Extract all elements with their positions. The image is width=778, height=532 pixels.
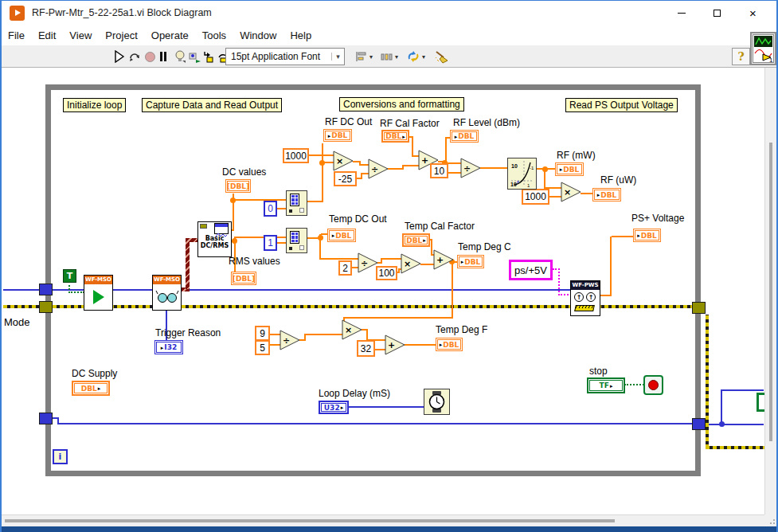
- add-node[interactable]: +: [433, 249, 454, 270]
- constant-32[interactable]: 32: [357, 340, 375, 357]
- help-button[interactable]: ?: [732, 48, 750, 65]
- string-constant-ps5v[interactable]: ps/+5V: [509, 260, 553, 280]
- constant-9[interactable]: 9: [255, 326, 270, 341]
- minimize-button[interactable]: [663, 1, 699, 25]
- title-bar[interactable]: RF-Pwr-Mtr_5-22-25a1.vi Block Diagram ×: [2, 1, 776, 25]
- stop-label[interactable]: stop: [589, 366, 608, 377]
- shift-register[interactable]: [39, 301, 53, 313]
- temp-dc-out-label[interactable]: Temp DC Out: [329, 213, 387, 225]
- mode-label[interactable]: Mode: [4, 316, 30, 328]
- menu-operate[interactable]: Operate: [151, 29, 189, 41]
- divide-node[interactable]: ÷: [280, 330, 300, 350]
- wf-mso-run-node[interactable]: WF-MSO: [84, 275, 113, 311]
- close-button[interactable]: ×: [735, 1, 771, 25]
- ps-voltage-terminal[interactable]: ▸DBL: [633, 229, 661, 242]
- add-node[interactable]: +: [385, 334, 405, 355]
- temp-deg-c-label[interactable]: Temp Deg C: [458, 241, 511, 252]
- constant-2[interactable]: 2: [338, 260, 352, 276]
- run-continuous-button[interactable]: [127, 49, 142, 64]
- while-loop-border[interactable]: [45, 84, 701, 476]
- shift-register[interactable]: [39, 284, 53, 295]
- loop-delay-terminal[interactable]: U32▸: [319, 401, 349, 414]
- rf-mw-label[interactable]: RF (mW): [557, 150, 596, 161]
- menu-view[interactable]: View: [69, 29, 92, 41]
- retain-wire-values-button[interactable]: [188, 49, 201, 64]
- wait-ms-node[interactable]: [424, 389, 450, 415]
- resize-grip[interactable]: [764, 514, 778, 526]
- divide-node[interactable]: ÷: [368, 158, 389, 179]
- shift-register[interactable]: [39, 413, 53, 424]
- constant-100[interactable]: 100: [376, 266, 397, 280]
- menu-project[interactable]: Project: [105, 29, 137, 41]
- rf-uw-label[interactable]: RF (uW): [600, 174, 636, 186]
- index-array-node[interactable]: [286, 190, 307, 216]
- section-label-conversions[interactable]: Conversions and formatting: [339, 97, 464, 111]
- menu-edit[interactable]: Edit: [38, 29, 56, 41]
- run-button[interactable]: [113, 49, 126, 64]
- constant-1000[interactable]: 1000: [522, 189, 549, 205]
- wf-mso-read-node[interactable]: WF-MSO: [152, 275, 182, 311]
- constant-1[interactable]: 1: [264, 235, 277, 251]
- multiply-node[interactable]: ×: [342, 319, 362, 340]
- stop-terminal[interactable]: TF▸: [587, 377, 625, 393]
- temp-deg-f-terminal[interactable]: ▸DBL: [436, 338, 463, 351]
- loop-delay-label[interactable]: Loop Delay (mS): [319, 388, 390, 399]
- divide-node[interactable]: ÷: [460, 158, 481, 178]
- dc-values-terminal[interactable]: [DBL]: [225, 179, 251, 193]
- horizontal-scrollbar-thumb[interactable]: [5, 519, 615, 522]
- power-of-10-node[interactable]: 10 -1 10 x 1: [507, 158, 537, 190]
- menu-window[interactable]: Window: [240, 29, 276, 41]
- multiply-node[interactable]: ×: [401, 253, 421, 274]
- constant-neg25[interactable]: -25: [334, 171, 357, 186]
- highlight-execution-button[interactable]: [174, 49, 186, 64]
- temp-deg-f-label[interactable]: Temp Deg F: [436, 324, 487, 335]
- vi-icon-button[interactable]: 1: [750, 32, 776, 65]
- wf-pws-node[interactable]: WF-PWS ↑ ↑: [570, 280, 600, 316]
- dc-values-label[interactable]: DC values: [222, 166, 266, 178]
- distribute-objects-button[interactable]: ▾: [378, 49, 401, 64]
- dc-supply-label[interactable]: DC Supply: [72, 368, 117, 379]
- maximize-button[interactable]: [699, 1, 735, 25]
- iteration-terminal[interactable]: i: [53, 449, 68, 464]
- cleanup-diagram-button[interactable]: [434, 49, 452, 64]
- step-into-button[interactable]: [202, 49, 215, 64]
- rf-dc-out-terminal[interactable]: ▸DBL: [323, 129, 352, 142]
- rf-cal-factor-terminal[interactable]: DBL▸: [381, 130, 409, 143]
- section-label-initialize[interactable]: Initialize loop: [63, 98, 126, 112]
- multiply-node[interactable]: ×: [561, 182, 581, 202]
- basic-dc-rms-node[interactable]: Basic DC/RMS: [197, 221, 232, 257]
- rf-mw-terminal[interactable]: ▸DBL: [555, 162, 584, 176]
- ps-voltage-label[interactable]: PS+ Voltage: [631, 213, 684, 224]
- rf-level-terminal[interactable]: ▸DBL: [450, 130, 479, 143]
- true-constant[interactable]: T: [63, 269, 76, 283]
- shift-register[interactable]: [692, 302, 706, 314]
- section-label-read-ps[interactable]: Read PS Output Voltage: [565, 98, 678, 112]
- rf-dc-out-label[interactable]: RF DC Out: [325, 116, 372, 127]
- trigger-reason-terminal[interactable]: ▸I32: [154, 340, 183, 354]
- constant-5[interactable]: 5: [255, 340, 270, 355]
- constant-1000[interactable]: 1000: [283, 148, 309, 163]
- temp-deg-c-terminal[interactable]: ▸DBL: [457, 255, 484, 268]
- menu-tools[interactable]: Tools: [202, 29, 226, 41]
- temp-cal-factor-label[interactable]: Temp Cal Factor: [405, 221, 475, 232]
- font-selector[interactable]: 15pt Application Font ▾: [225, 48, 345, 65]
- pause-button[interactable]: [158, 49, 169, 64]
- index-array-node[interactable]: [286, 228, 307, 253]
- constant-0[interactable]: 0: [264, 201, 277, 217]
- menu-help[interactable]: Help: [290, 29, 311, 41]
- abort-button[interactable]: [143, 49, 156, 64]
- rf-uw-terminal[interactable]: ▸DBL: [592, 188, 621, 201]
- temp-cal-factor-terminal[interactable]: DBL▸: [402, 233, 430, 247]
- constant-10[interactable]: 10: [430, 163, 448, 178]
- align-objects-button[interactable]: ▾: [353, 49, 375, 64]
- trigger-reason-label[interactable]: Trigger Reason: [155, 327, 221, 338]
- reorder-button[interactable]: ▾: [404, 49, 428, 64]
- shift-register[interactable]: [692, 418, 706, 430]
- multiply-node[interactable]: ×: [333, 151, 354, 171]
- section-label-capture[interactable]: Capture Data and Read Output: [142, 98, 282, 112]
- menu-file[interactable]: File: [8, 29, 25, 41]
- temp-dc-out-terminal[interactable]: ▸DBL: [327, 229, 356, 242]
- loop-condition-terminal[interactable]: [643, 375, 663, 395]
- rf-level-label[interactable]: RF Level (dBm): [453, 117, 520, 128]
- rms-values-terminal[interactable]: [DBL]: [231, 272, 256, 285]
